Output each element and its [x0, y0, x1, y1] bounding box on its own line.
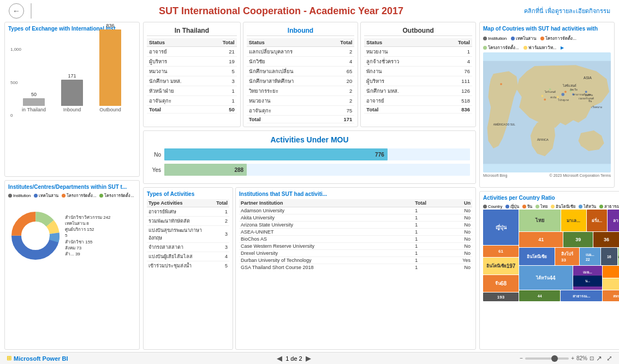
zoom-minus-button[interactable]: −	[520, 355, 523, 361]
legend-label-taiwan: ไต้หวัน	[584, 203, 596, 210]
svg-text:ไอซ์แลนด์: ไอซ์แลนด์	[562, 83, 576, 87]
mou-yes-row: Yes 288	[149, 164, 470, 176]
table-row: หัวหน้าฝ่าย1	[147, 86, 237, 96]
legend-item-institution: Institution	[483, 36, 507, 41]
partner-cell: BioChos AS	[239, 236, 413, 243]
legend-item-farm: ฟาร์มมหาวิท...	[523, 44, 557, 51]
treemap-row3: อินโดนีเซีย สิงโปร์33 เบอ...22 16 เกาหลี…	[519, 248, 619, 265]
share-icon[interactable]: ↗	[596, 354, 602, 362]
map-footer: Microsoft Bing © 2023 Microsoft Corporat…	[483, 174, 611, 177]
fullscreen-icon[interactable]: ⤢	[606, 354, 612, 362]
legend-dot-country	[483, 205, 487, 208]
legend-label-indonesia: อินโดนีเซีย	[556, 203, 575, 210]
y-label-500: 500	[10, 80, 21, 85]
total-cell: 76	[439, 67, 472, 76]
activities-title: Types of Activities	[147, 191, 229, 197]
mou-no-label: No	[149, 152, 161, 158]
status-cell: อาจารย์	[364, 96, 439, 106]
treemap-main-body: ไทย มาเล... ฝรั่ง... ลาว เวิ... 41 39 36…	[519, 210, 619, 301]
legend-label-prog2-map: โครงการจัดตั้ง...	[488, 44, 519, 51]
legend-china: จีน	[522, 203, 532, 210]
exchange-chart-area: 1,000 500 0 50 in Thailand 171	[8, 36, 136, 134]
total-cell: 1	[413, 214, 447, 222]
table-row: ผู้บริหาร19	[147, 57, 237, 67]
svg-point-14	[585, 91, 587, 93]
svg-point-16	[541, 95, 544, 97]
total-cell: 1	[413, 264, 447, 271]
fit-icon[interactable]: ⊡	[590, 355, 594, 361]
legend-dot-prog1	[540, 37, 544, 40]
legend-dot-malaysia	[599, 205, 603, 208]
total-cell: 75	[328, 106, 354, 116]
svg-point-5	[25, 225, 46, 247]
map-footer-left: Microsoft Bing	[483, 174, 507, 177]
table-row-total: Total50	[147, 106, 237, 114]
svg-text:จีน: จีน	[588, 99, 592, 103]
total-cell: 4	[439, 57, 472, 67]
legend-label-techno: เทคโนสาน	[39, 192, 58, 199]
powerbi-label[interactable]: Microsoft Power BI	[14, 355, 68, 362]
zoom-level: 82%	[576, 355, 587, 361]
zoom-plus-button[interactable]: +	[571, 355, 574, 361]
treemap-china-val: 61	[483, 246, 519, 257]
world-map-svg: ASIA ÁFRICA AMÉRICA DO SUL ไอซ์แลนด์ ลัต…	[483, 52, 611, 172]
activities-table-wrap[interactable]: Type ActivitiesTotal อาจารย์พิเศษ1 รวมพั…	[147, 199, 229, 270]
exchange-chart-card: Types of Exchange with International Ins…	[4, 22, 140, 177]
legend-dot-program1	[62, 194, 66, 198]
treemap-16: 16	[601, 248, 617, 265]
bar-inbound: 171 Inbound	[57, 73, 87, 112]
detail-link[interactable]: คลิกที่นี่ เพื่อดูรายละเอียดกิจกรรม	[524, 6, 610, 16]
total-cell: 1	[413, 236, 447, 243]
next-page-button[interactable]: ▶	[306, 354, 311, 362]
treemap-sm3	[603, 278, 619, 290]
institutions-table-wrap[interactable]: Partner Institution Total Un Adamson Uni…	[239, 199, 472, 270]
table-row: หมวยงาน2	[247, 96, 355, 106]
status-cell: อาจันตุกะ	[147, 96, 209, 106]
mou-yes-bar-fill: 288	[164, 164, 247, 176]
table-row: Arizona State University1No	[239, 222, 472, 229]
svg-text:เวียดนาม: เวียดนาม	[591, 105, 602, 109]
title-rest: International Cooperation - Academic Yea…	[178, 5, 403, 16]
treemap-cell-label: เมย...	[583, 269, 592, 275]
type-cell: จำกรถสาสสาตา	[147, 243, 215, 252]
svg-point-12	[544, 99, 546, 101]
legend-dot-techno	[34, 194, 38, 198]
bottom-bar: ⊞ Microsoft Power BI ◀ 1 de 2 ▶ − + 82% …	[0, 352, 619, 364]
legend-label-techno-map: เทคโนสาน	[516, 35, 536, 42]
treemap-row1: ไทย มาเล... ฝรั่ง... ลาว เวิ...	[519, 210, 619, 231]
status-cell: แลกเปลี่ยนบุคลากร	[247, 47, 328, 57]
table-row: หมวงาน5	[147, 67, 237, 76]
partner-cell: Arizona State University	[239, 222, 413, 229]
svg-point-7	[561, 93, 564, 96]
total-cell: 126	[439, 86, 472, 96]
mou-cell: No	[447, 222, 472, 229]
treemap-44: 44	[519, 290, 560, 301]
outbound-header: Outbound	[364, 26, 472, 36]
top-bar: ← SUT International Cooperation - Academ…	[0, 0, 619, 20]
prev-page-button[interactable]: ◀	[277, 354, 282, 362]
mou-cell: No	[447, 250, 472, 257]
svg-point-10	[557, 96, 559, 98]
back-button[interactable]: ←	[9, 3, 24, 19]
table-row: อาจารย์21	[147, 47, 237, 57]
status-cell: นักวิชัย	[247, 57, 328, 67]
mid-top-row: In Thailand StatusTotal อาจารย์21 ผู้บริ…	[143, 22, 476, 127]
map-legend: Institution เทคโนสาน โครงการจัดตั้ง... โ…	[483, 34, 611, 52]
zoom-thumb[interactable]	[551, 355, 558, 362]
treemap-small-cells: น...	[573, 276, 602, 287]
y-label-1000: 1,000	[10, 47, 21, 52]
partner-cell: Durban University of Technology	[239, 257, 413, 264]
legend-dot-indonesia	[551, 205, 555, 208]
total-cell: 1	[209, 96, 237, 106]
mou-yes-bar-outer: 288	[164, 164, 470, 176]
donut-annotations: สำนักวิชาวิศวกรรม 242 เทคโนสาน 8 ศูนย์บร…	[65, 214, 111, 257]
zoom-slider[interactable]	[525, 357, 569, 360]
status-cell: ลูกจ้างชั่วคราว	[364, 57, 439, 67]
map-legend-arrow[interactable]: ▶	[561, 45, 564, 50]
page-title: SUT International Cooperation - Academic…	[38, 5, 524, 17]
treemap-taiwan: ไต้หวัน44	[519, 266, 573, 290]
th-total-act: Total	[215, 199, 229, 207]
th-total-th: Total	[209, 38, 237, 47]
status-cell: วิทยากรระยะ	[247, 86, 328, 96]
total-cell: 3	[209, 76, 237, 86]
